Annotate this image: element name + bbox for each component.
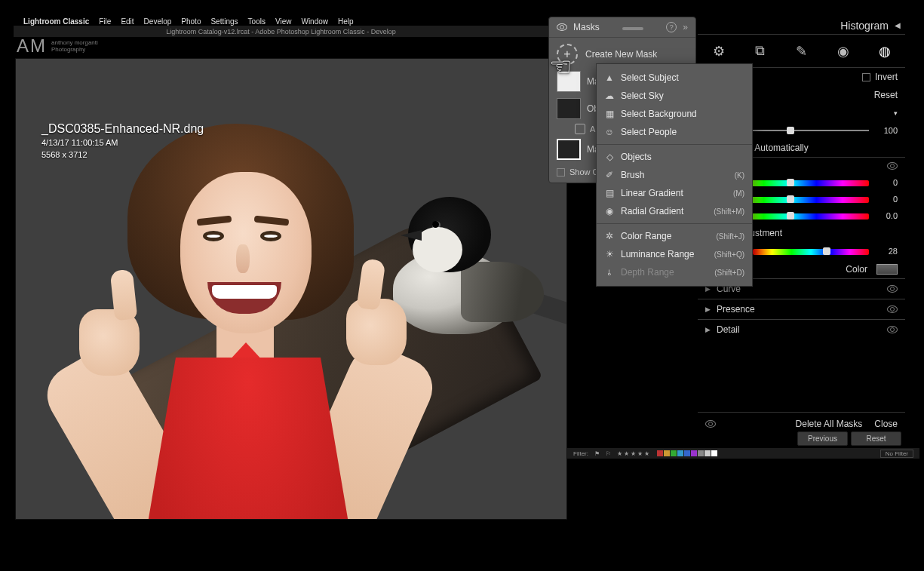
checkbox-icon xyxy=(557,168,565,177)
no-filter-button[interactable]: No Filter xyxy=(880,450,913,458)
menu-objects[interactable]: ◇Objects xyxy=(597,148,752,166)
swatch[interactable] xyxy=(671,450,677,456)
chevron-down-icon: ▾ xyxy=(894,109,898,117)
brush-icon: ✐ xyxy=(604,170,615,180)
redeye-icon[interactable]: ◉ xyxy=(832,43,855,60)
image-filename: _DSC0385-Enhanced-NR.dng xyxy=(41,123,204,135)
swatch[interactable] xyxy=(664,450,670,456)
menu-select-background[interactable]: ▦Select Background xyxy=(597,105,752,123)
swatch[interactable] xyxy=(657,450,663,456)
flag-icon[interactable]: ⚐ xyxy=(606,450,611,457)
color-label: Color xyxy=(846,264,867,275)
masks-panel-header[interactable]: Masks ? » xyxy=(549,17,695,38)
depth-range-icon: ⫰ xyxy=(604,267,615,278)
logo-mark: AM xyxy=(17,35,47,57)
create-new-mask-label: Create New Mask xyxy=(585,49,657,60)
menu-color-range[interactable]: ✲Color Range(Shift+J) xyxy=(597,227,752,245)
previous-reset-buttons: Previous Reset xyxy=(797,431,901,446)
overlay-person xyxy=(82,124,482,520)
menu-window[interactable]: Window xyxy=(301,17,328,26)
masks-title: Masks xyxy=(573,22,600,32)
menu-select-subject[interactable]: ▲Select Subject xyxy=(597,69,752,87)
adjust-icon[interactable]: ⚙ xyxy=(708,43,730,60)
close-button[interactable]: Close xyxy=(874,419,898,429)
color-well[interactable] xyxy=(876,264,898,275)
masking-icon[interactable]: ◍ xyxy=(873,43,896,60)
menu-linear-gradient[interactable]: ▤Linear Gradient(M) xyxy=(597,184,752,202)
star-rating[interactable]: ★★★★★ xyxy=(617,450,651,457)
swatch[interactable] xyxy=(698,450,704,456)
eye-icon[interactable] xyxy=(705,420,716,428)
drag-handle-icon[interactable] xyxy=(606,22,661,32)
new-mask-menu[interactable]: ▲Select Subject☁Select Sky▦Select Backgr… xyxy=(596,63,753,287)
background-icon: ▦ xyxy=(604,109,615,119)
person-icon: ▲ xyxy=(604,72,615,83)
eye-icon[interactable] xyxy=(557,23,567,31)
menu-photo[interactable]: Photo xyxy=(181,17,201,26)
app-name[interactable]: Lightroom Classic xyxy=(23,17,89,26)
checkbox-icon xyxy=(862,73,870,81)
image-datetime: 4/13/17 11:00:15 AM xyxy=(41,137,204,149)
swatch[interactable] xyxy=(705,450,711,456)
menu-settings[interactable]: Settings xyxy=(210,17,238,26)
menu-develop[interactable]: Develop xyxy=(144,17,172,26)
identity-plate: AM anthony morgantiPhotography xyxy=(17,35,98,57)
menu-depth-range: ⫰Depth Range(Shift+D) xyxy=(597,263,752,281)
menu-radial-gradient[interactable]: ◉Radial Gradient(Shift+M) xyxy=(597,202,752,220)
section-detail[interactable]: ▶Detail xyxy=(698,319,905,339)
menu-luminance-range[interactable]: ☀Luminance Range(Shift+Q) xyxy=(597,245,752,263)
filter-label: Filter: xyxy=(573,450,588,457)
histogram-label: Histogram xyxy=(840,20,889,32)
menu-select-sky[interactable]: ☁Select Sky xyxy=(597,87,752,105)
histogram-header[interactable]: Histogram ◀ xyxy=(698,17,905,35)
chevron-right-icon[interactable]: » xyxy=(683,22,688,32)
people-icon: ☺ xyxy=(604,127,615,137)
objects-icon: ◇ xyxy=(604,152,615,162)
logo-sub: anthony morgantiPhotography xyxy=(51,39,98,53)
mask-thumb-icon xyxy=(557,71,581,92)
menu-file[interactable]: File xyxy=(99,17,111,26)
menu-edit[interactable]: Edit xyxy=(121,17,134,26)
mask-thumb-icon xyxy=(557,139,581,160)
menu-select-people[interactable]: ☺Select People xyxy=(597,123,752,141)
color-label-swatches[interactable] xyxy=(657,450,717,456)
swatch[interactable] xyxy=(677,450,683,456)
eye-icon[interactable] xyxy=(887,326,898,333)
eye-icon[interactable] xyxy=(887,285,898,293)
add-component-icon xyxy=(575,124,585,134)
image-canvas[interactable]: _DSC0385-Enhanced-NR.dng 4/13/17 11:00:1… xyxy=(15,58,567,520)
crop-icon[interactable]: ⧉ xyxy=(749,43,772,59)
radial-gradient-icon: ◉ xyxy=(604,206,615,216)
triangle-right-icon: ▶ xyxy=(705,326,711,333)
eye-icon[interactable] xyxy=(887,162,898,170)
image-info-overlay: _DSC0385-Enhanced-NR.dng 4/13/17 11:00:1… xyxy=(41,123,204,161)
sky-icon: ☁ xyxy=(604,91,615,101)
reset-button[interactable]: Reset xyxy=(851,431,901,446)
amount-value: 100 xyxy=(875,126,898,135)
swatch[interactable] xyxy=(684,450,690,456)
previous-button[interactable]: Previous xyxy=(797,431,848,446)
help-icon[interactable]: ? xyxy=(666,22,677,32)
menu-tools[interactable]: Tools xyxy=(248,17,266,26)
menu-help[interactable]: Help xyxy=(338,17,354,26)
section-presence[interactable]: ▶Presence xyxy=(698,299,905,319)
menu-view[interactable]: View xyxy=(275,17,292,26)
color-range-icon: ✲ xyxy=(604,231,615,241)
luminance-range-icon: ☀ xyxy=(604,249,615,259)
library-filter-bar[interactable]: Filter: ⚑ ⚐ ★★★★★ No Filter xyxy=(567,448,919,459)
swatch[interactable] xyxy=(711,450,717,456)
triangle-left-icon[interactable]: ◀ xyxy=(895,21,901,29)
delete-all-masks-button[interactable]: Delete All Masks xyxy=(796,419,863,429)
eye-icon[interactable] xyxy=(887,305,898,313)
menu-brush[interactable]: ✐Brush(K) xyxy=(597,166,752,184)
linear-gradient-icon: ▤ xyxy=(604,188,615,198)
saturation-value: 28 xyxy=(875,247,898,256)
flag-icon[interactable]: ⚑ xyxy=(594,450,600,457)
triangle-right-icon: ▶ xyxy=(705,305,711,313)
image-dimensions: 5568 x 3712 xyxy=(41,149,204,161)
swatch[interactable] xyxy=(691,450,697,456)
plus-circle-icon: + xyxy=(557,44,578,65)
mask-thumb-icon xyxy=(557,98,581,119)
heal-icon[interactable]: ✎ xyxy=(790,43,813,60)
